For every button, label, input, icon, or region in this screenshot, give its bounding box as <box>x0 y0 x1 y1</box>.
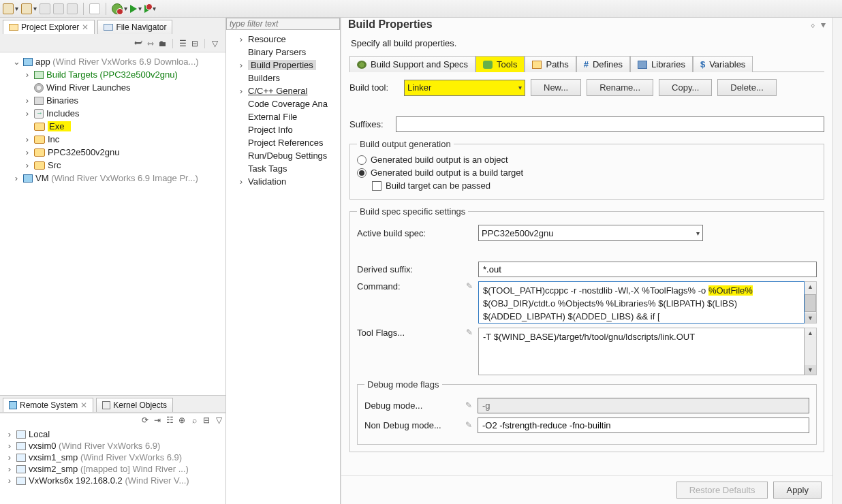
prop-cpp-general[interactable]: C/C++ General <box>248 86 307 96</box>
run-last-icon[interactable] <box>144 5 151 13</box>
expand-icon[interactable]: › <box>5 452 14 462</box>
expand-icon[interactable]: › <box>23 147 31 157</box>
rv-action-icon[interactable]: ▽ <box>213 415 224 426</box>
scrollbar-thumb[interactable] <box>805 294 816 312</box>
expand-icon[interactable]: › <box>23 95 31 106</box>
prop-project-refs[interactable]: Project References <box>248 138 324 148</box>
tab-variables[interactable]: $Variables <box>693 56 753 72</box>
list-item[interactable]: vxsim1_smp (Wind River VxWorks 6.9) <box>29 452 182 462</box>
expand-icon[interactable]: › <box>5 441 14 451</box>
new-dropdown-icon[interactable]: ▾ <box>15 5 18 12</box>
pencil-icon[interactable]: ✎ <box>465 400 472 411</box>
prop-validation[interactable]: Validation <box>248 176 286 187</box>
new-button[interactable]: New... <box>531 79 581 96</box>
prop-task-tags[interactable]: Task Tags <box>248 163 287 174</box>
expand-icon[interactable]: › <box>237 86 245 96</box>
restore-defaults-button[interactable]: Restore Defaults <box>676 482 768 499</box>
scroll-up-icon[interactable]: ▲ <box>805 328 816 338</box>
suffixes-input[interactable] <box>396 116 824 132</box>
expand-icon[interactable]: › <box>237 34 245 44</box>
non-debug-mode-input[interactable] <box>478 418 809 433</box>
run-last-dropdown-icon[interactable]: ▾ <box>153 5 156 12</box>
debug-mode-label[interactable]: Debug mode... <box>364 400 422 411</box>
prop-build-properties[interactable]: Build Properties <box>248 60 316 70</box>
command-textarea[interactable]: $(TOOL_PATH)ccppc -r -nostdlib -Wl,-X %T… <box>478 281 805 324</box>
prop-builders[interactable]: Builders <box>248 73 280 83</box>
active-build-spec-combo[interactable]: PPC32e500v2gnu▾ <box>478 225 703 241</box>
prop-run-debug[interactable]: Run/Debug Settings <box>248 151 327 161</box>
checklist-icon[interactable]: ☰ <box>177 38 188 49</box>
focus-icon[interactable]: 🖿 <box>157 38 168 49</box>
expand-icon[interactable]: › <box>237 60 245 70</box>
pencil-icon[interactable]: ✎ <box>466 281 473 291</box>
page-scrollbar[interactable] <box>832 18 842 504</box>
prop-project-info[interactable]: Project Info <box>248 125 293 135</box>
tool-flags-label[interactable]: Tool Flags... <box>357 328 405 338</box>
scroll-down-icon[interactable]: ▼ <box>805 313 816 323</box>
list-item[interactable]: vxsim0 (Wind River VxWorks 6.9) <box>29 441 160 451</box>
copy-button[interactable]: Copy... <box>659 79 712 96</box>
expand-icon[interactable]: › <box>23 134 31 144</box>
tab-file-navigator[interactable]: File Navigator <box>97 20 172 34</box>
non-debug-mode-label[interactable]: Non Debug mode... <box>364 420 441 430</box>
list-item[interactable]: VxWorks6x 192.168.0.2 (Wind River V...) <box>29 475 189 486</box>
tree-node-includes[interactable]: Includes <box>46 108 79 119</box>
new-icon[interactable] <box>3 3 14 14</box>
expand-icon[interactable]: › <box>5 464 14 474</box>
back-icon[interactable]: ⬨ <box>810 19 815 30</box>
expand-icon[interactable]: › <box>237 176 245 187</box>
tree-node-spec[interactable]: PPC32e500v2gnu <box>48 147 120 157</box>
save-icon[interactable] <box>40 3 50 14</box>
tab-tools[interactable]: Tools <box>475 56 525 72</box>
rv-action-icon[interactable]: ⌕ <box>189 415 200 426</box>
debug-mode-input[interactable] <box>478 398 809 413</box>
scroll-up-icon[interactable]: ▲ <box>805 282 816 292</box>
tree-node-binaries[interactable]: Binaries <box>46 95 78 106</box>
debug-icon[interactable] <box>112 3 123 14</box>
tab-remote-system[interactable]: Remote System ✕ <box>3 398 93 412</box>
tool-flags-textarea[interactable]: -T $(WIND_BASE)/target/h/tool/gnu/ldscri… <box>478 328 805 375</box>
tab-kernel-objects[interactable]: Kernel Objects <box>96 398 173 412</box>
tree-node-inc[interactable]: Inc <box>48 134 59 144</box>
tree-node-vm[interactable]: VM (Wind River VxWorks 6.9 Image Pr...) <box>35 173 198 183</box>
rv-action-icon[interactable]: ⟳ <box>140 415 151 426</box>
tab-libraries[interactable]: Libraries <box>630 56 693 72</box>
new-file-icon[interactable] <box>21 3 32 14</box>
pencil-icon[interactable]: ✎ <box>465 420 472 430</box>
prop-external-file[interactable]: External File <box>248 112 297 122</box>
delete-button[interactable]: Delete... <box>717 79 776 96</box>
prop-coverage[interactable]: Code Coverage Ana <box>248 99 328 109</box>
pencil-icon[interactable]: ✎ <box>466 328 473 337</box>
expand-icon[interactable]: ⌄ <box>12 57 20 67</box>
build-tool-combo[interactable]: Linker▾ <box>404 80 525 96</box>
tree-node-project[interactable]: app (Wind River VxWorks 6.9 Downloa...) <box>35 57 199 67</box>
apply-button[interactable]: Apply <box>773 482 822 499</box>
close-icon[interactable]: ✕ <box>82 22 89 32</box>
calendar-icon[interactable] <box>89 3 100 14</box>
expand-icon[interactable]: › <box>12 173 20 183</box>
prop-binary-parsers[interactable]: Binary Parsers <box>248 47 306 57</box>
expand-icon[interactable]: › <box>23 108 31 119</box>
back-icon[interactable]: ⮨ <box>133 38 144 49</box>
project-explorer-tree[interactable]: ⌄ app (Wind River VxWorks 6.9 Downloa...… <box>0 52 225 395</box>
view-menu-icon[interactable]: ▽ <box>209 38 220 49</box>
prop-resource[interactable]: Resource <box>248 34 286 44</box>
scroll-down-icon[interactable]: ▼ <box>805 365 816 375</box>
print-icon[interactable] <box>67 3 78 14</box>
run-icon[interactable] <box>130 5 137 13</box>
rv-action-icon[interactable]: ☷ <box>164 415 175 426</box>
tree-node-build-targets[interactable]: Build Targets (PPC32e500v2gnu) <box>46 69 178 80</box>
scrollbar[interactable]: ▲ ▼ <box>805 328 817 375</box>
expand-icon[interactable]: › <box>5 475 14 486</box>
save-all-icon[interactable] <box>53 3 64 14</box>
rename-button[interactable]: Rename... <box>587 79 653 96</box>
forward-icon[interactable]: ▾ <box>821 19 826 30</box>
radio-output-object[interactable] <box>357 155 367 165</box>
tree-node-launches[interactable]: Wind River Launches <box>46 82 131 93</box>
run-dropdown-icon[interactable]: ▾ <box>138 5 142 12</box>
tab-build-support[interactable]: Build Support and Specs <box>349 56 475 72</box>
link-icon[interactable]: ⇿ <box>145 38 156 49</box>
radio-output-build-target[interactable] <box>357 168 367 178</box>
scrollbar[interactable]: ▲ ▼ <box>805 281 817 324</box>
tab-project-explorer[interactable]: Project Explorer ✕ <box>3 20 95 34</box>
